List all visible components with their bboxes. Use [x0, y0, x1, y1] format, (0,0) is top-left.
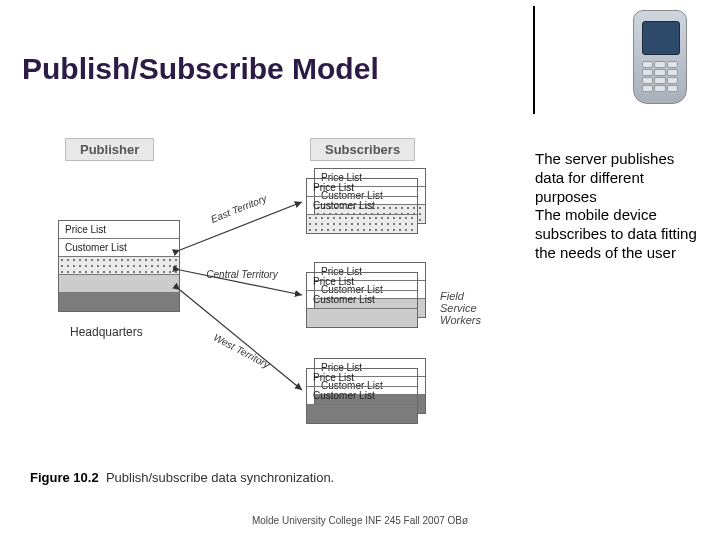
figure-number: Figure 10.2 — [30, 470, 99, 485]
territory-arrows: East Territory Central Territory West Te… — [30, 140, 510, 470]
desc-line1: The server publishes data for different … — [535, 150, 674, 205]
figure-text: Publish/subscribe data synchronization. — [106, 470, 334, 485]
slide-footer: Molde University College INF 245 Fall 20… — [0, 515, 720, 526]
description-text: The server publishes data for different … — [535, 150, 705, 263]
west-territory-label: West Territory — [212, 332, 273, 371]
field-service-label: FieldServiceWorkers — [440, 290, 481, 326]
svg-line-2 — [180, 290, 302, 390]
mobile-phone-illustration — [630, 6, 690, 106]
central-territory-label: Central Territory — [206, 269, 278, 280]
pubsub-diagram: Publisher Subscribers Price List Custome… — [30, 140, 510, 470]
divider-line — [533, 6, 535, 114]
desc-line2: The mobile device subscribes to data fit… — [535, 206, 697, 261]
page-title: Publish/Subscribe Model — [22, 52, 379, 86]
figure-caption: Figure 10.2 Publish/subscribe data synch… — [30, 470, 334, 485]
east-territory-label: East Territory — [209, 192, 269, 225]
